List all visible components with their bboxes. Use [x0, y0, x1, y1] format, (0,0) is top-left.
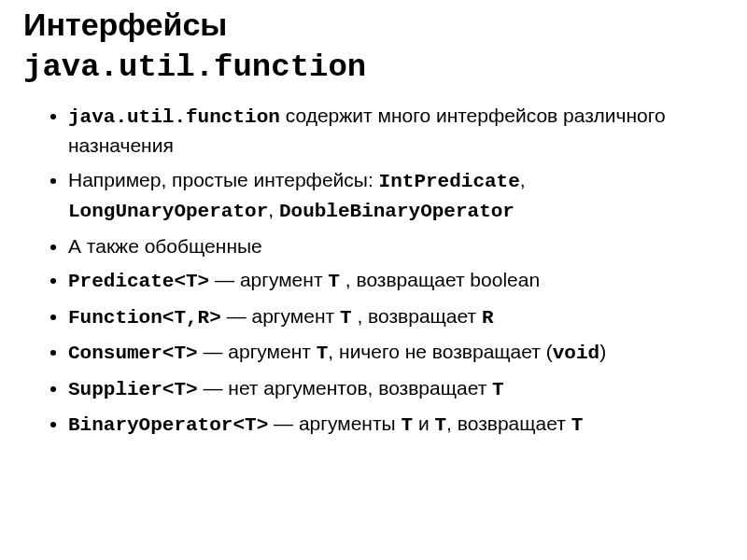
- inline-code: T: [317, 343, 329, 364]
- inline-code: DoubleBinaryOperator: [279, 201, 514, 222]
- list-item: Например, простые интерфейсы: IntPredica…: [68, 166, 724, 227]
- list-item: Function<T,R> — аргумент T , возвращает …: [68, 302, 724, 332]
- text: , возвращает: [446, 413, 571, 434]
- inline-code: R: [482, 307, 494, 329]
- list-item: Supplier<T> — нет аргументов, возвращает…: [68, 374, 724, 404]
- text: , ничего не возвращает (: [328, 341, 552, 362]
- list-item: java.util.function содержит много интерф…: [68, 102, 724, 161]
- title-text: Интерфейсы: [23, 7, 227, 42]
- inline-code: Consumer<T>: [68, 343, 198, 364]
- text: ,: [268, 199, 279, 220]
- inline-code: T: [328, 271, 340, 292]
- list-item: Consumer<T> — аргумент T, ничего не возв…: [68, 338, 724, 368]
- inline-code: java.util.function: [68, 106, 280, 128]
- title-code: java.util.function: [23, 49, 366, 85]
- inline-code: void: [553, 343, 599, 364]
- inline-code: BinaryOperator<T>: [68, 414, 268, 436]
- text: — аргументы: [268, 413, 401, 434]
- inline-code: T: [340, 307, 352, 329]
- inline-code: LongUnaryOperator: [68, 201, 268, 222]
- inline-code: T: [571, 414, 584, 436]
- text: — аргумент: [221, 305, 340, 327]
- text: А также обобщенные: [68, 235, 262, 257]
- slide-title: Интерфейсы java.util.function: [23, 5, 724, 87]
- inline-code: T: [434, 414, 446, 436]
- text: Например, простые интерфейсы:: [68, 169, 379, 190]
- inline-code: Predicate<T>: [68, 271, 209, 292]
- text: и: [413, 413, 434, 434]
- text: , возвращает: [352, 305, 482, 327]
- bullet-list: java.util.function содержит много интерф…: [23, 102, 724, 440]
- inline-code: IntPredicate: [379, 171, 520, 192]
- list-item: А также обобщенные: [68, 232, 724, 260]
- text: — аргумент: [209, 269, 328, 290]
- inline-code: T: [401, 414, 413, 436]
- inline-code: Supplier<T>: [68, 379, 198, 400]
- text: — аргумент: [198, 341, 317, 362]
- text: — нет аргументов, возвращает: [198, 377, 492, 399]
- text: ,: [520, 169, 526, 190]
- text: ): [599, 341, 606, 362]
- list-item: BinaryOperator<T> — аргументы T и T, воз…: [68, 410, 724, 440]
- text: , возвращает boolean: [340, 269, 540, 290]
- list-item: Predicate<T> — аргумент T , возвращает b…: [68, 266, 724, 296]
- inline-code: T: [492, 379, 504, 400]
- inline-code: Function<T,R>: [68, 307, 221, 329]
